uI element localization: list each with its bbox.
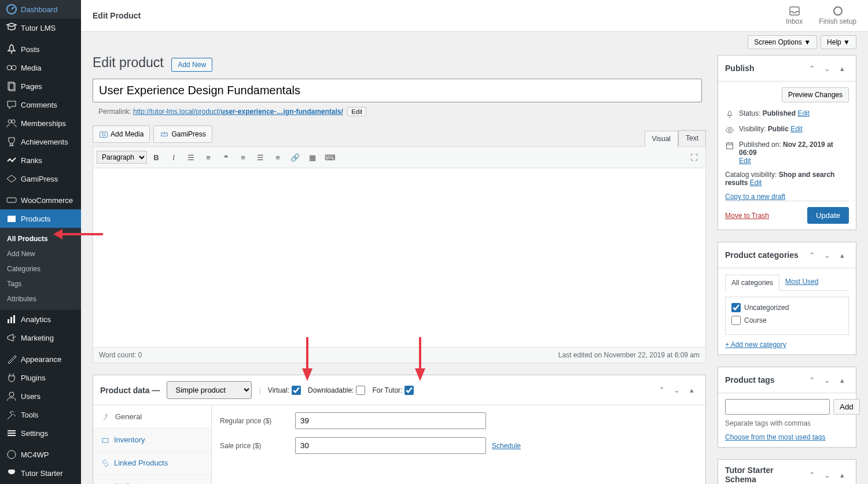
add-media-button[interactable]: Add Media <box>93 125 150 143</box>
align-right-button[interactable]: ≡ <box>270 149 286 165</box>
schedule-link[interactable]: Schedule <box>492 442 521 450</box>
align-left-button[interactable]: ≡ <box>235 149 251 165</box>
for-tutor-toggle[interactable]: For Tutor: <box>372 386 414 395</box>
menu-posts[interactable]: Posts <box>0 40 81 58</box>
add-tag-button[interactable]: Add <box>833 399 860 415</box>
menu-tools[interactable]: Tools <box>0 405 81 424</box>
move-to-trash-link[interactable]: Move to Trash <box>725 212 769 220</box>
menu-users[interactable]: Users <box>0 387 81 405</box>
move-down-button[interactable]: ⌄ <box>820 468 834 482</box>
cat-tab-most[interactable]: Most Used <box>779 274 824 290</box>
preview-changes-button[interactable]: Preview Changes <box>782 87 849 102</box>
move-up-button[interactable]: ⌃ <box>805 468 819 482</box>
menu-media[interactable]: Media <box>0 58 81 77</box>
screen-options-button[interactable]: Screen Options ▼ <box>748 35 817 49</box>
sale-price-input[interactable] <box>295 437 486 454</box>
menu-settings[interactable]: Settings <box>0 424 81 442</box>
move-up-button[interactable]: ⌃ <box>805 248 819 262</box>
move-up-button[interactable]: ⌃ <box>805 373 819 387</box>
tools-icon <box>6 410 17 419</box>
menu-tutor-starter[interactable]: Tutor Starter <box>0 464 81 482</box>
menu-products[interactable]: Products <box>0 209 81 228</box>
comments-icon <box>6 100 17 109</box>
svg-point-5 <box>8 120 12 123</box>
move-down-button[interactable]: ⌄ <box>820 248 834 262</box>
update-button[interactable]: Update <box>807 207 849 224</box>
menu-analytics[interactable]: Analytics <box>0 310 81 328</box>
bold-button[interactable]: B <box>148 149 164 165</box>
toolbar-toggle-button[interactable]: ⌨ <box>322 149 338 165</box>
format-select[interactable]: Paragraph <box>97 151 147 164</box>
fullscreen-button[interactable]: ⛶ <box>686 149 702 165</box>
gamipress-editor-button[interactable]: GamiPress <box>153 125 212 143</box>
permalink-edit-button[interactable]: Edit <box>347 107 366 116</box>
menu-memberships[interactable]: Memberships <box>0 114 81 132</box>
inbox-icon <box>789 6 800 16</box>
submenu-add-new[interactable]: Add New <box>0 246 81 261</box>
inbox-button[interactable]: Inbox <box>786 6 803 25</box>
menu-marketing[interactable]: Marketing <box>0 328 81 347</box>
toggle-button[interactable]: ▴ <box>835 61 849 75</box>
add-new-button[interactable]: Add New <box>171 58 212 72</box>
toggle-button[interactable]: ▴ <box>835 373 849 387</box>
menu-pages[interactable]: Pages <box>0 77 81 95</box>
move-down-button[interactable]: ⌄ <box>670 383 683 397</box>
toggle-button[interactable]: ▴ <box>835 248 849 262</box>
move-down-button[interactable]: ⌄ <box>820 373 834 387</box>
pd-tab-inventory[interactable]: Inventory <box>93 428 211 452</box>
quote-button[interactable]: ❝ <box>218 149 234 165</box>
move-up-button[interactable]: ⌃ <box>805 61 819 75</box>
choose-most-used-tags-link[interactable]: Choose from the most used tags <box>725 433 825 441</box>
add-category-link[interactable]: + Add new category <box>725 341 786 349</box>
menu-ranks[interactable]: Ranks <box>0 151 81 169</box>
date-edit-link[interactable]: Edit <box>739 157 751 165</box>
visibility-edit-link[interactable]: Edit <box>790 125 803 133</box>
menu-gamipress[interactable]: GamiPress <box>0 169 81 188</box>
menu-woocommerce[interactable]: WooCommerce <box>0 191 81 209</box>
menu-comments[interactable]: Comments <box>0 95 81 114</box>
menu-mc4wp[interactable]: MC4WP <box>0 445 81 464</box>
status-edit-link[interactable]: Edit <box>797 109 810 117</box>
bullet-list-button[interactable]: ☰ <box>183 149 199 165</box>
tag-input[interactable] <box>725 399 830 415</box>
downloadable-toggle[interactable]: Downloadable: <box>308 386 365 395</box>
more-button[interactable]: ▦ <box>304 149 321 165</box>
visibility-row: Visibility: Public Edit <box>725 125 849 135</box>
editor-tab-text[interactable]: Text <box>678 130 706 146</box>
menu-appearance[interactable]: Appearance <box>0 350 81 368</box>
submenu-all-products[interactable]: All Products <box>0 231 81 246</box>
copy-to-draft-link[interactable]: Copy to a new draft <box>725 193 785 201</box>
editor-tab-visual[interactable]: Visual <box>645 131 678 147</box>
calendar-icon <box>725 141 734 150</box>
pd-tab-general[interactable]: General <box>93 405 211 428</box>
toggle-button[interactable]: ▴ <box>835 468 849 482</box>
product-type-select[interactable]: Simple product <box>167 381 252 399</box>
move-down-button[interactable]: ⌄ <box>820 61 834 75</box>
content-editor[interactable] <box>93 168 706 348</box>
help-button[interactable]: Help ▼ <box>821 35 856 49</box>
align-center-button[interactable]: ☰ <box>252 149 269 165</box>
menu-dashboard[interactable]: Dashboard <box>0 0 81 19</box>
submenu-categories[interactable]: Categories <box>0 261 81 276</box>
toggle-button[interactable]: ▴ <box>685 383 698 397</box>
menu-tutor-lms[interactable]: Tutor LMS <box>0 19 81 37</box>
italic-button[interactable]: I <box>165 149 182 165</box>
cat-uncategorized[interactable]: Uncategorized <box>731 303 843 312</box>
catalog-edit-link[interactable]: Edit <box>750 179 762 187</box>
submenu-attributes[interactable]: Attributes <box>0 291 81 306</box>
move-up-button[interactable]: ⌃ <box>654 383 668 397</box>
cat-course[interactable]: Course <box>731 316 843 325</box>
pd-tab-linked[interactable]: Linked Products <box>93 452 211 475</box>
virtual-toggle[interactable]: Virtual: <box>268 386 301 395</box>
permalink-link[interactable]: http://tutor-lms.local/product/user-expe… <box>133 108 343 116</box>
finish-setup-button[interactable]: Finish setup <box>819 6 856 25</box>
pd-tab-attributes[interactable]: Attributes <box>93 475 211 484</box>
product-title-input[interactable] <box>93 79 702 102</box>
menu-achievements[interactable]: Achievements <box>0 132 81 151</box>
number-list-button[interactable]: ≡ <box>200 149 216 165</box>
cat-tab-all[interactable]: All categories <box>725 275 779 291</box>
submenu-tags[interactable]: Tags <box>0 276 81 291</box>
menu-plugins[interactable]: Plugins <box>0 368 81 387</box>
regular-price-input[interactable] <box>295 412 486 429</box>
link-button[interactable]: 🔗 <box>287 149 303 165</box>
